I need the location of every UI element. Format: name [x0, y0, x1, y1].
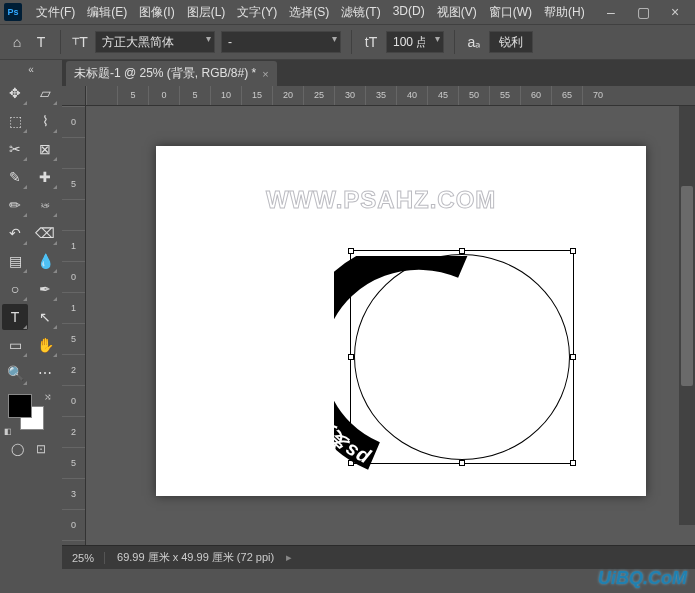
maximize-button[interactable]: ▢	[627, 1, 659, 23]
hand-tool[interactable]: ✋	[32, 332, 58, 358]
main-area: « ✥▱⬚⌇✂⊠✎✚✏⎃↶⌫▤💧○✒T↖▭✋🔍⋯ ⤭ ◧ ◯ ⊡ 未标题-1 @…	[0, 60, 695, 569]
ruler-corner	[62, 86, 86, 106]
canvas[interactable]: WWW.PSAHZ.COM	[156, 146, 646, 496]
blur-tool[interactable]: 💧	[32, 248, 58, 274]
document-area: 未标题-1 @ 25% (背景, RGB/8#) * × 50510152025…	[62, 60, 695, 569]
edit-toolbar[interactable]: ⋯	[32, 360, 58, 386]
antialias-select[interactable]	[489, 31, 533, 53]
canvas-zone[interactable]: WWW.PSAHZ.COM	[86, 106, 695, 545]
horizontal-ruler: 50510152025303540455055606570	[86, 86, 695, 106]
handle-n[interactable]	[459, 248, 465, 254]
pen-tool[interactable]: ✒	[32, 276, 58, 302]
default-colors-icon[interactable]: ◧	[4, 427, 12, 436]
frame-tool[interactable]: ⊠	[32, 136, 58, 162]
title-bar: Ps 文件(F) 编辑(E) 图像(I) 图层(L) 文字(Y) 选择(S) 滤…	[0, 0, 695, 24]
quickmask-icon[interactable]: ◯	[6, 440, 28, 458]
clone-tool[interactable]: ⎃	[32, 192, 58, 218]
vertical-scrollbar[interactable]	[679, 106, 695, 525]
home-icon[interactable]: ⌂	[8, 33, 26, 51]
screenmode-icon[interactable]: ⊡	[30, 440, 52, 458]
menu-window[interactable]: 窗口(W)	[483, 2, 538, 23]
menu-select[interactable]: 选择(S)	[283, 2, 335, 23]
lasso-tool[interactable]: ⌇	[32, 108, 58, 134]
dodge-tool[interactable]: ○	[2, 276, 28, 302]
menu-help[interactable]: 帮助(H)	[538, 2, 591, 23]
tool-preset-icon[interactable]: T	[32, 33, 50, 51]
shape-tool[interactable]: ▭	[2, 332, 28, 358]
close-button[interactable]: ×	[659, 1, 691, 23]
status-menu-icon[interactable]: ▸	[286, 551, 292, 564]
patch-tool[interactable]: ✚	[32, 164, 58, 190]
antialias-icon: aₐ	[465, 33, 483, 51]
text-on-path[interactable]: ps爱好者专用章	[334, 256, 534, 476]
text-orientation-icon[interactable]: ⸆T	[71, 33, 89, 51]
type-tool[interactable]: T	[2, 304, 28, 330]
menu-filter[interactable]: 滤镜(T)	[335, 2, 386, 23]
font-size-input[interactable]	[386, 31, 444, 53]
artboard-tool[interactable]: ▱	[32, 80, 58, 106]
handle-se[interactable]	[570, 460, 576, 466]
minimize-button[interactable]: –	[595, 1, 627, 23]
menu-bar: 文件(F) 编辑(E) 图像(I) 图层(L) 文字(Y) 选择(S) 滤镜(T…	[30, 2, 591, 23]
branding-watermark: UiBQ.CoM	[598, 568, 687, 589]
menu-type[interactable]: 文字(Y)	[231, 2, 283, 23]
tools-collapse-icon[interactable]: «	[2, 64, 60, 78]
color-swatches[interactable]: ⤭ ◧	[8, 394, 54, 434]
options-bar: ⌂ T ⸆T tT aₐ	[0, 24, 695, 60]
document-tab[interactable]: 未标题-1 @ 25% (背景, RGB/8#) * ×	[66, 61, 277, 86]
handle-nw[interactable]	[348, 248, 354, 254]
window-controls: – ▢ ×	[595, 1, 691, 23]
menu-layer[interactable]: 图层(L)	[181, 2, 232, 23]
brush-tool[interactable]: ✏	[2, 192, 28, 218]
tab-title: 未标题-1 @ 25% (背景, RGB/8#) *	[74, 65, 256, 82]
handle-ne[interactable]	[570, 248, 576, 254]
tab-close-icon[interactable]: ×	[262, 68, 268, 80]
foreground-swatch[interactable]	[8, 394, 32, 418]
scrollbar-thumb[interactable]	[681, 186, 693, 386]
document-info[interactable]: 69.99 厘米 x 49.99 厘米 (72 ppi)	[117, 550, 274, 565]
menu-image[interactable]: 图像(I)	[133, 2, 180, 23]
document-viewport: 50510152025303540455055606570 0510152025…	[62, 86, 695, 545]
font-style-select[interactable]	[221, 31, 341, 53]
tools-panel: « ✥▱⬚⌇✂⊠✎✚✏⎃↶⌫▤💧○✒T↖▭✋🔍⋯ ⤭ ◧ ◯ ⊡	[0, 60, 62, 569]
status-bar: 25% 69.99 厘米 x 49.99 厘米 (72 ppi) ▸	[62, 545, 695, 569]
gradient-tool[interactable]: ▤	[2, 248, 28, 274]
menu-view[interactable]: 视图(V)	[431, 2, 483, 23]
tab-bar: 未标题-1 @ 25% (背景, RGB/8#) * ×	[62, 60, 695, 86]
handle-e[interactable]	[570, 354, 576, 360]
vertical-ruler: 051015202530354045	[62, 106, 86, 545]
menu-3d[interactable]: 3D(D)	[387, 2, 431, 23]
marquee-tool[interactable]: ⬚	[2, 108, 28, 134]
history-brush-tool[interactable]: ↶	[2, 220, 28, 246]
eyedropper-tool[interactable]: ✎	[2, 164, 28, 190]
eraser-tool[interactable]: ⌫	[32, 220, 58, 246]
menu-edit[interactable]: 编辑(E)	[81, 2, 133, 23]
crop-tool[interactable]: ✂	[2, 136, 28, 162]
menu-file[interactable]: 文件(F)	[30, 2, 81, 23]
path-select-tool[interactable]: ↖	[32, 304, 58, 330]
font-family-select[interactable]	[95, 31, 215, 53]
app-icon: Ps	[4, 3, 22, 21]
watermark-text: WWW.PSAHZ.COM	[266, 186, 496, 214]
swap-colors-icon[interactable]: ⤭	[44, 392, 52, 402]
font-size-icon: tT	[362, 33, 380, 51]
zoom-level[interactable]: 25%	[72, 552, 105, 564]
svg-text:ps爱好者专用章: ps爱好者专用章	[334, 330, 373, 471]
move-tool[interactable]: ✥	[2, 80, 28, 106]
zoom-tool[interactable]: 🔍	[2, 360, 28, 386]
